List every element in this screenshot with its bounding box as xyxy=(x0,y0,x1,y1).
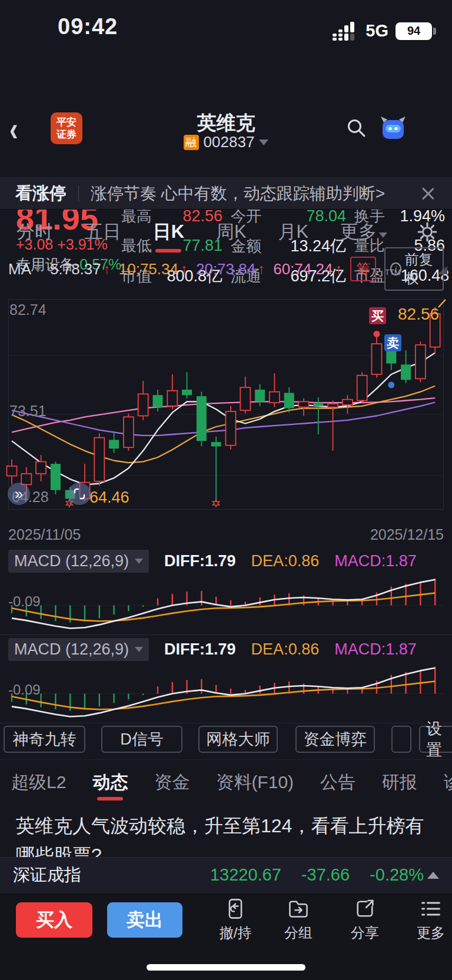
diff-value: DIFF:1.79 xyxy=(164,552,236,570)
header: ‹ 平安 证券 英维克 融 002837 xyxy=(0,53,452,100)
ma1-value: 10:75.34↑ xyxy=(119,260,188,278)
sell-button[interactable]: 卖出 xyxy=(107,902,182,938)
tab-more[interactable]: 更多 xyxy=(338,211,390,253)
index-value: 13220.67 xyxy=(210,865,281,885)
macd-plot-2[interactable] xyxy=(0,663,452,722)
up-arrow-icon: ↑ xyxy=(181,261,188,277)
close-icon[interactable] xyxy=(419,185,437,202)
macd-value: MACD:1.87 xyxy=(334,552,417,570)
quote-panel: 81.95 +3.08 +3.91% 专用设备-0.57% 最高82.56今开7… xyxy=(0,100,452,177)
tab-五日[interactable]: 五日 xyxy=(82,211,124,253)
chips-button[interactable]: 筹 xyxy=(350,257,376,281)
tab-日K[interactable]: 日K xyxy=(151,211,187,253)
macd-zero-label-2: -0.09 xyxy=(8,682,41,698)
up-arrow-icon: ↑ xyxy=(104,261,111,277)
chevron-down-icon xyxy=(379,232,387,238)
date-start: 2025/11/05 xyxy=(8,526,81,546)
dea-value: DEA:0.86 xyxy=(251,552,320,570)
undo-phone-icon xyxy=(211,898,260,920)
tool-partial[interactable] xyxy=(391,726,411,753)
macd-params-dropdown[interactable]: MACD (12,26,9) xyxy=(8,550,149,573)
axis-max-label: 82.74 xyxy=(9,301,46,318)
adjust-mode-button[interactable]: i前复权 xyxy=(384,247,444,291)
date-axis: 2025/11/05 2025/12/15 xyxy=(0,526,452,546)
tool-设置[interactable]: 设置 xyxy=(419,726,452,753)
tab-资金[interactable]: 资金 xyxy=(153,761,191,804)
status-bar: 09:42 5G 94 xyxy=(0,0,452,53)
ma3-value: 60:74.24↑ xyxy=(273,260,342,278)
buy-signal-marker: 买 xyxy=(369,307,386,324)
banner-message: 涨停节奏 心中有数，动态跟踪辅助判断> xyxy=(91,182,407,205)
action-更多[interactable]: 更多 xyxy=(406,898,452,942)
collapse-left-button[interactable]: » xyxy=(8,483,30,505)
axis-mid-label: 73.51 xyxy=(9,403,46,420)
tab-超级L2[interactable]: 超级L2 xyxy=(10,761,67,804)
macd-zero-label-1: -0.09 xyxy=(8,593,41,610)
banner-tag: 看涨停 xyxy=(15,182,67,205)
collapse-up-icon[interactable] xyxy=(427,872,439,879)
tool-D信号[interactable]: D信号 xyxy=(101,726,182,753)
ma-dropdown[interactable]: MA xyxy=(8,260,42,278)
news-snippet[interactable]: 英维克人气波动较稳，升至第124，看看上升榜有哪些股票? xyxy=(0,811,452,857)
fullscreen-button[interactable] xyxy=(68,483,91,505)
candlestick-chart[interactable]: 82.74 73.51 64.28 64.46 82.56 买 卖 » xyxy=(0,299,452,510)
tool-资金博弈[interactable]: 资金博弈 xyxy=(295,726,375,753)
network-label: 5G xyxy=(365,21,388,41)
sell-signal-marker: 卖 xyxy=(384,334,401,351)
home-indicator[interactable] xyxy=(147,964,305,971)
tab-分时[interactable]: 分时 xyxy=(14,211,55,253)
tool-神奇九转[interactable]: 神奇九转 xyxy=(4,726,85,753)
up-arrow-icon: ↑ xyxy=(335,261,342,277)
tool-网格大师[interactable]: 网格大师 xyxy=(198,726,278,753)
tab-公告[interactable]: 公告 xyxy=(319,761,357,804)
action-分享[interactable]: 分享 xyxy=(340,898,390,942)
more-list-icon xyxy=(406,898,452,920)
info-icon: i xyxy=(390,263,401,275)
ma-indicator-row: MA5:78.37↑10:75.34↑20:73.84↑60:74.24↑筹 i… xyxy=(0,254,452,284)
tab-周K[interactable]: 周K xyxy=(214,211,249,253)
macd-header-2: MACD (12,26,9) DIFF:1.79 DEA:0.86 MACD:1… xyxy=(0,636,452,663)
battery-icon: 94 xyxy=(396,22,432,40)
folder-arrow-icon xyxy=(274,898,323,920)
index-name: 深证成指 xyxy=(13,863,81,887)
low-price-label: 64.46 xyxy=(89,489,129,507)
action-分组[interactable]: 分组 xyxy=(274,898,323,942)
index-bar[interactable]: 深证成指 13220.67 -37.66 -0.28% xyxy=(0,857,452,892)
signal-icon xyxy=(333,22,358,41)
tab-动态[interactable]: 动态 xyxy=(91,761,129,804)
index-pct: -0.28% xyxy=(370,865,424,885)
action-撤/持[interactable]: 撤/持 xyxy=(211,898,260,942)
clock: 09:42 xyxy=(58,14,118,39)
up-arrow-icon: ↑ xyxy=(258,261,265,277)
tab-诊股[interactable]: 诊股 xyxy=(443,761,452,804)
ma2-value: 20:73.84↑ xyxy=(196,260,265,278)
promo-banner[interactable]: 看涨停 涨停节奏 心中有数，动态跟踪辅助判断> xyxy=(0,177,452,210)
index-change: -37.66 xyxy=(301,865,350,885)
high-price-label: 82.56 xyxy=(398,305,439,324)
tab-研报[interactable]: 研报 xyxy=(381,761,418,804)
period-tabs: 分时五日日K周K月K更多 xyxy=(0,210,452,254)
macd-plot-1[interactable] xyxy=(0,574,452,633)
share-icon xyxy=(340,898,390,920)
tab-资料(F10)[interactable]: 资料(F10) xyxy=(215,761,295,804)
detail-tabs: 超级L2动态资金资料(F10)公告研报诊股 xyxy=(0,759,452,805)
tab-月K[interactable]: 月K xyxy=(276,211,311,253)
macd-header-1: MACD (12,26,9) DIFF:1.79 DEA:0.86 MACD:1… xyxy=(0,547,452,574)
buy-button[interactable]: 买入 xyxy=(16,902,92,938)
date-end: 2025/12/15 xyxy=(370,526,444,546)
macd-params-dropdown-2[interactable]: MACD (12,26,9) xyxy=(8,638,149,661)
gear-icon[interactable] xyxy=(417,221,438,242)
ma0-value: 5:78.37↑ xyxy=(50,260,111,278)
